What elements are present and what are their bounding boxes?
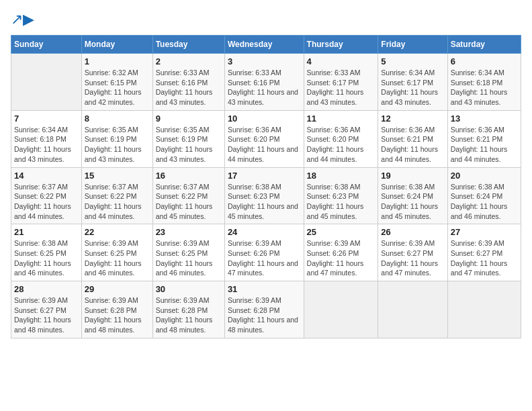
calendar-cell: 1 Sunrise: 6:32 AM Sunset: 6:15 PM Dayli… <box>81 54 152 111</box>
calendar-cell: 17 Sunrise: 6:38 AM Sunset: 6:23 PM Dayl… <box>224 167 304 224</box>
day-header: Monday <box>81 36 152 54</box>
daylight-text: Daylight: 11 hours and 46 minutes. <box>451 201 518 221</box>
calendar-cell <box>447 281 521 338</box>
sunset-text: Sunset: 6:27 PM <box>381 248 444 259</box>
sunrise-text: Sunrise: 6:39 AM <box>85 295 150 306</box>
sunrise-text: Sunrise: 6:36 AM <box>307 125 375 135</box>
day-header: Saturday <box>447 36 521 54</box>
sunrise-text: Sunrise: 6:36 AM <box>451 125 518 135</box>
sunset-text: Sunset: 6:27 PM <box>451 248 518 259</box>
sunset-text: Sunset: 6:20 PM <box>307 134 375 144</box>
sunrise-text: Sunrise: 6:39 AM <box>14 295 79 306</box>
calendar-cell: 15 Sunrise: 6:37 AM Sunset: 6:22 PM Dayl… <box>81 167 152 224</box>
calendar-cell: 2 Sunrise: 6:33 AM Sunset: 6:16 PM Dayli… <box>152 54 224 111</box>
calendar-cell: 18 Sunrise: 6:38 AM Sunset: 6:23 PM Dayl… <box>304 167 378 224</box>
day-number: 24 <box>228 227 301 237</box>
day-detail: Sunrise: 6:38 AM Sunset: 6:24 PM Dayligh… <box>381 182 444 222</box>
sunset-text: Sunset: 6:16 PM <box>228 78 301 88</box>
sunrise-text: Sunrise: 6:39 AM <box>307 238 375 248</box>
daylight-text: Daylight: 11 hours and 45 minutes. <box>228 201 301 221</box>
calendar-table: SundayMondayTuesdayWednesdayThursdayFrid… <box>11 35 521 338</box>
day-detail: Sunrise: 6:38 AM Sunset: 6:24 PM Dayligh… <box>451 182 518 222</box>
day-detail: Sunrise: 6:34 AM Sunset: 6:18 PM Dayligh… <box>451 68 518 107</box>
daylight-text: Daylight: 11 hours and 44 minutes. <box>14 201 79 221</box>
calendar-cell: 5 Sunrise: 6:34 AM Sunset: 6:17 PM Dayli… <box>378 54 447 111</box>
sunrise-text: Sunrise: 6:33 AM <box>307 68 375 78</box>
sunrise-text: Sunrise: 6:39 AM <box>228 238 301 248</box>
day-detail: Sunrise: 6:39 AM Sunset: 6:27 PM Dayligh… <box>14 295 79 335</box>
day-detail: Sunrise: 6:39 AM Sunset: 6:27 PM Dayligh… <box>381 238 444 278</box>
day-detail: Sunrise: 6:38 AM Sunset: 6:23 PM Dayligh… <box>307 182 375 222</box>
day-detail: Sunrise: 6:39 AM Sunset: 6:28 PM Dayligh… <box>228 295 301 335</box>
daylight-text: Daylight: 11 hours and 44 minutes. <box>381 144 444 164</box>
sunset-text: Sunset: 6:17 PM <box>381 78 444 88</box>
daylight-text: Daylight: 11 hours and 47 minutes. <box>228 259 301 278</box>
day-header: Friday <box>378 36 447 54</box>
calendar-week-row: 1 Sunrise: 6:32 AM Sunset: 6:15 PM Dayli… <box>11 54 521 111</box>
calendar-cell: 20 Sunrise: 6:38 AM Sunset: 6:24 PM Dayl… <box>447 167 521 224</box>
day-detail: Sunrise: 6:34 AM Sunset: 6:18 PM Dayligh… <box>14 125 79 165</box>
day-detail: Sunrise: 6:35 AM Sunset: 6:19 PM Dayligh… <box>85 125 150 165</box>
daylight-text: Daylight: 11 hours and 43 minutes. <box>381 87 444 107</box>
sunrise-text: Sunrise: 6:37 AM <box>156 182 222 192</box>
daylight-text: Daylight: 11 hours and 46 minutes. <box>85 259 150 278</box>
calendar-cell: 7 Sunrise: 6:34 AM Sunset: 6:18 PM Dayli… <box>11 110 82 167</box>
sunrise-text: Sunrise: 6:36 AM <box>381 125 444 135</box>
sunrise-text: Sunrise: 6:34 AM <box>381 68 444 78</box>
day-detail: Sunrise: 6:39 AM Sunset: 6:26 PM Dayligh… <box>228 238 301 278</box>
sunrise-text: Sunrise: 6:32 AM <box>85 68 150 78</box>
sunrise-text: Sunrise: 6:37 AM <box>14 182 79 192</box>
calendar-week-row: 21 Sunrise: 6:38 AM Sunset: 6:25 PM Dayl… <box>11 224 521 281</box>
day-detail: Sunrise: 6:39 AM Sunset: 6:28 PM Dayligh… <box>85 295 150 335</box>
day-detail: Sunrise: 6:39 AM Sunset: 6:26 PM Dayligh… <box>307 238 375 278</box>
sunset-text: Sunset: 6:27 PM <box>14 306 79 316</box>
calendar-cell: 22 Sunrise: 6:39 AM Sunset: 6:25 PM Dayl… <box>81 224 152 281</box>
daylight-text: Daylight: 11 hours and 45 minutes. <box>307 201 375 221</box>
day-number: 4 <box>307 56 375 66</box>
day-detail: Sunrise: 6:37 AM Sunset: 6:22 PM Dayligh… <box>156 182 222 222</box>
daylight-text: Daylight: 11 hours and 44 minutes. <box>451 144 518 164</box>
calendar-week-row: 28 Sunrise: 6:39 AM Sunset: 6:27 PM Dayl… <box>11 281 521 338</box>
calendar-cell: 13 Sunrise: 6:36 AM Sunset: 6:21 PM Dayl… <box>447 110 521 167</box>
day-number: 18 <box>307 171 375 181</box>
daylight-text: Daylight: 11 hours and 46 minutes. <box>14 259 79 278</box>
calendar-cell: 25 Sunrise: 6:39 AM Sunset: 6:26 PM Dayl… <box>304 224 378 281</box>
sunset-text: Sunset: 6:25 PM <box>14 248 79 259</box>
day-detail: Sunrise: 6:38 AM Sunset: 6:25 PM Dayligh… <box>14 238 79 278</box>
calendar-cell: 8 Sunrise: 6:35 AM Sunset: 6:19 PM Dayli… <box>81 110 152 167</box>
day-detail: Sunrise: 6:39 AM Sunset: 6:28 PM Dayligh… <box>156 295 222 335</box>
daylight-text: Daylight: 11 hours and 47 minutes. <box>381 259 444 278</box>
day-detail: Sunrise: 6:36 AM Sunset: 6:20 PM Dayligh… <box>307 125 375 165</box>
day-header: Wednesday <box>224 36 304 54</box>
calendar-cell: 14 Sunrise: 6:37 AM Sunset: 6:22 PM Dayl… <box>11 167 82 224</box>
calendar-cell: 16 Sunrise: 6:37 AM Sunset: 6:22 PM Dayl… <box>152 167 224 224</box>
calendar-cell <box>11 54 82 111</box>
day-number: 23 <box>156 227 222 237</box>
daylight-text: Daylight: 11 hours and 43 minutes. <box>156 144 222 164</box>
sunset-text: Sunset: 6:23 PM <box>307 191 375 201</box>
daylight-text: Daylight: 11 hours and 45 minutes. <box>156 201 222 221</box>
sunset-text: Sunset: 6:23 PM <box>228 191 301 201</box>
calendar-cell: 3 Sunrise: 6:33 AM Sunset: 6:16 PM Dayli… <box>224 54 304 111</box>
calendar-cell: 30 Sunrise: 6:39 AM Sunset: 6:28 PM Dayl… <box>152 281 224 338</box>
day-detail: Sunrise: 6:36 AM Sunset: 6:20 PM Dayligh… <box>228 125 301 165</box>
day-detail: Sunrise: 6:39 AM Sunset: 6:27 PM Dayligh… <box>451 238 518 278</box>
calendar-cell: 23 Sunrise: 6:39 AM Sunset: 6:25 PM Dayl… <box>152 224 224 281</box>
daylight-text: Daylight: 11 hours and 43 minutes. <box>14 144 79 164</box>
sunset-text: Sunset: 6:19 PM <box>156 134 222 144</box>
day-number: 16 <box>156 171 222 181</box>
sunrise-text: Sunrise: 6:39 AM <box>85 238 150 248</box>
sunset-text: Sunset: 6:21 PM <box>381 134 444 144</box>
sunset-text: Sunset: 6:18 PM <box>14 134 79 144</box>
daylight-text: Daylight: 11 hours and 48 minutes. <box>156 315 222 334</box>
calendar-cell: 29 Sunrise: 6:39 AM Sunset: 6:28 PM Dayl… <box>81 281 152 338</box>
calendar-cell <box>304 281 378 338</box>
logo: ↗▶ <box>11 11 34 28</box>
day-number: 19 <box>381 171 444 181</box>
sunset-text: Sunset: 6:26 PM <box>228 248 301 259</box>
daylight-text: Daylight: 11 hours and 43 minutes. <box>307 87 375 107</box>
sunrise-text: Sunrise: 6:33 AM <box>228 68 301 78</box>
sunset-text: Sunset: 6:24 PM <box>451 191 518 201</box>
day-number: 11 <box>307 113 375 124</box>
daylight-text: Daylight: 11 hours and 43 minutes. <box>228 87 301 107</box>
